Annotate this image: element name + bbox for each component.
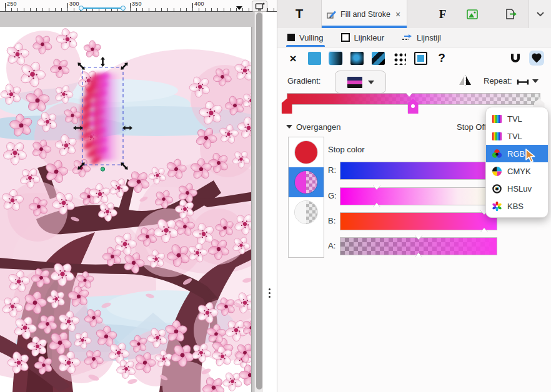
menu-item-hsluv[interactable]: HSLuv [486, 180, 548, 197]
paint-mode-row: × ? [277, 49, 551, 67]
stop-swatch-transparent [294, 200, 318, 224]
menu-item-label: TVL [507, 132, 522, 141]
stroke-paint-icon [341, 33, 350, 42]
gradient-select-button[interactable] [335, 71, 386, 94]
paint-unknown-button[interactable]: ? [434, 51, 449, 66]
linear-gradient-icon [329, 52, 342, 65]
stop-offset-label: Stop Offs [457, 122, 486, 132]
fill-icon [287, 34, 295, 41]
paint-swatch-button[interactable] [413, 51, 428, 66]
alpha-slider[interactable] [340, 237, 497, 255]
chevron-down-icon[interactable] [532, 79, 539, 83]
flip-icon [459, 75, 472, 86]
menu-item-cmyk[interactable]: CMYK [486, 162, 548, 180]
stop-swatch-magenta [294, 170, 318, 194]
fill-rule-evenodd-button[interactable] [508, 51, 523, 66]
inkscape-window: { "ruler": { "numbers": ["250", "300", "… [0, 0, 551, 392]
unknown-paint-icon: ? [438, 51, 445, 65]
stop-swatch-red [294, 140, 318, 164]
menu-item-hsl[interactable]: TVL [486, 110, 548, 127]
ruler-number: 400 [194, 1, 204, 7]
tab-image[interactable] [454, 0, 491, 28]
menu-item-label: KBS [507, 202, 524, 211]
ruler-cursor-marker [236, 6, 242, 10]
menu-item-rgb[interactable]: RGB [486, 145, 548, 162]
export-icon [505, 9, 517, 19]
stroke-style-icon [402, 34, 412, 41]
tab-export[interactable] [492, 0, 530, 28]
tab-stroke-paint-label: Lijnkleur [354, 33, 384, 42]
tab-text[interactable]: T [277, 0, 321, 28]
flat-color-icon [308, 52, 321, 65]
radial-gradient-icon [350, 52, 364, 65]
horizontal-ruler[interactable]: 250 300 350 400 [0, 0, 277, 12]
sakura-artwork[interactable] [0, 26, 254, 392]
hsv-rainbow-icon [492, 132, 502, 140]
tab-fill[interactable]: Vulling [286, 28, 325, 47]
drawing-canvas[interactable] [0, 12, 254, 392]
hsl-rainbow-icon [492, 115, 502, 123]
swatch-icon [414, 52, 427, 65]
blue-slider[interactable] [340, 212, 497, 230]
color-space-dropdown: TVL TVL RGB CMYK HSLuv [485, 107, 549, 218]
paint-flat-button[interactable] [307, 51, 322, 66]
paint-mesh-gradient-button[interactable] [370, 51, 385, 66]
red-slider[interactable] [340, 162, 497, 180]
hsluv-icon [492, 184, 502, 194]
collapse-triangle-icon[interactable] [286, 125, 292, 129]
scrollbar-thumb[interactable] [256, 12, 262, 390]
kbs-flower-icon [492, 202, 502, 211]
tab-stroke-style[interactable]: Lijnstijl [400, 28, 442, 47]
display-settings-button[interactable] [252, 1, 267, 12]
no-paint-icon: × [289, 52, 296, 64]
fill-stroke-subtabs: Vulling Lijnkleur Lijnstijl [277, 28, 551, 47]
channel-row-alpha: A: 50 − + [328, 236, 549, 257]
repeat-mode-button[interactable] [516, 77, 530, 89]
stop-item-red[interactable] [289, 137, 324, 167]
dock-overflow-button[interactable] [529, 0, 551, 28]
selected-stop-notch [406, 93, 412, 97]
gradient-preview-icon [347, 77, 362, 88]
paint-linear-gradient-button[interactable] [328, 51, 343, 66]
channel-label: G: [328, 191, 338, 200]
ruler-number: 300 [69, 1, 79, 7]
paint-none-button[interactable]: × [285, 51, 300, 66]
snap-indicator [101, 167, 104, 171]
green-slider[interactable] [340, 187, 497, 205]
page-edge [251, 27, 252, 392]
ruler-number: 250 [7, 1, 17, 7]
paint-pattern-button[interactable] [392, 51, 407, 66]
ruler-number: 350 [132, 1, 142, 7]
rgb-icon [492, 149, 502, 158]
fill-rule-nonzero-button[interactable] [529, 51, 544, 66]
reverse-gradient-button[interactable] [459, 75, 472, 89]
channel-label: B: [328, 216, 338, 225]
vertical-scrollbar[interactable] [254, 12, 264, 392]
channel-label: A: [328, 241, 338, 250]
menu-item-label: HSLuv [507, 184, 532, 194]
dock-tab-bar: T Fill and Stroke × F [277, 0, 551, 29]
chevron-down-icon [368, 81, 374, 84]
stop-item-magenta-selected[interactable] [289, 167, 324, 197]
channel-label: R: [328, 165, 338, 175]
stops-header-label: Overgangen [296, 122, 341, 132]
tab-label: Fill and Stroke [340, 10, 390, 19]
gradient-row: Gradient: Repeat: [277, 70, 551, 94]
fill-stroke-icon [327, 9, 337, 19]
canvas-viewport[interactable] [0, 12, 254, 392]
image-icon [467, 9, 478, 19]
gradient-stops-list[interactable] [288, 137, 324, 258]
tab-fill-and-stroke[interactable]: Fill and Stroke × [321, 0, 407, 28]
repeat-none-icon [516, 78, 530, 86]
panel-splitter[interactable] [263, 12, 277, 392]
pattern-icon [393, 52, 406, 65]
tab-stroke-paint[interactable]: Lijnkleur [340, 28, 385, 47]
stop-item-transparent[interactable] [289, 197, 324, 227]
cmyk-icon [492, 167, 502, 176]
menu-item-okhsl[interactable]: KBS [486, 197, 548, 215]
stop-color-label: Stop color [328, 145, 365, 154]
splitter-grip-icon[interactable] [269, 288, 271, 298]
paint-radial-gradient-button[interactable] [349, 51, 364, 66]
close-icon[interactable]: × [395, 9, 400, 19]
menu-item-hsv[interactable]: TVL [486, 127, 548, 145]
